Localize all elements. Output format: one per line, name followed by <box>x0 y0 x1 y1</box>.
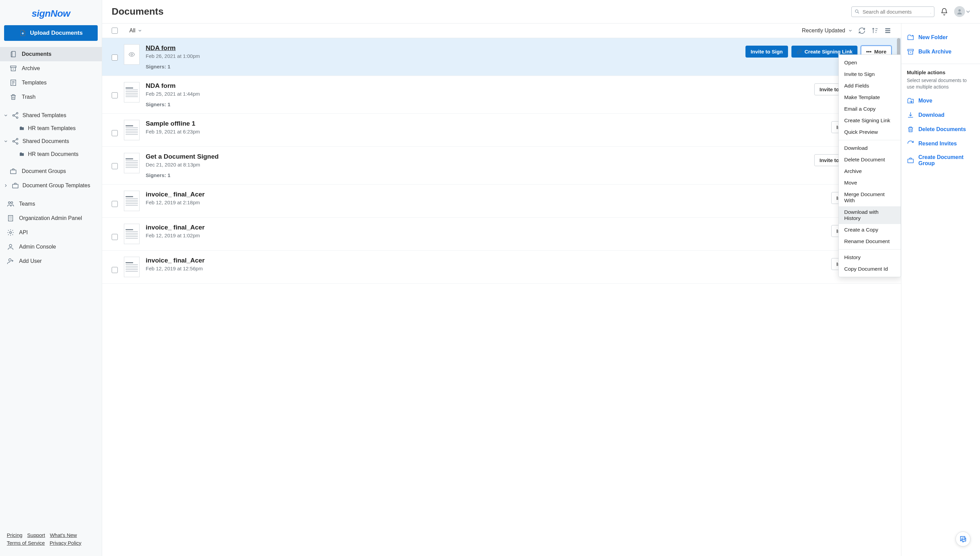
row-checkbox[interactable] <box>111 234 118 240</box>
doc-title[interactable]: invoice_ final_Acer <box>146 224 825 231</box>
notifications-icon[interactable] <box>941 8 948 15</box>
rp-action-download[interactable]: Download <box>907 108 975 122</box>
document-row[interactable]: NDA formFeb 26, 2021 at 1:00pmSigners: 1… <box>102 38 901 76</box>
shared-templates-child[interactable]: HR team Templates <box>0 123 102 134</box>
nav-add-user[interactable]: Add User <box>0 254 102 268</box>
footer-link[interactable]: Privacy Policy <box>50 540 81 546</box>
dropdown-item[interactable]: Copy Document Id <box>839 263 901 275</box>
document-row[interactable]: invoice_ final_AcerFeb 12, 2019 at 1:02p… <box>102 218 901 251</box>
dropdown-item[interactable]: Rename Document <box>839 236 901 247</box>
nav-admin-console[interactable]: Admin Console <box>0 240 102 254</box>
chat-fab[interactable] <box>956 532 970 546</box>
dropdown-item[interactable]: Merge Document With <box>839 189 901 206</box>
doc-title[interactable]: invoice_ final_Acer <box>146 191 825 198</box>
nav-teams[interactable]: Teams <box>0 197 102 211</box>
brand-logo: signNow <box>0 4 102 25</box>
doc-title[interactable]: Sample offline 1 <box>146 120 825 127</box>
svg-point-17 <box>959 9 961 11</box>
doc-thumbnail <box>124 120 140 140</box>
upload-documents-button[interactable]: Upload Documents <box>4 25 98 41</box>
row-checkbox[interactable] <box>111 267 118 273</box>
shared-documents-label: Shared Documents <box>23 138 69 144</box>
row-checkbox[interactable] <box>111 92 118 99</box>
briefcase-icon <box>11 182 19 189</box>
search-input[interactable] <box>862 9 927 15</box>
nav-archive[interactable]: Archive <box>0 61 102 76</box>
doc-thumbnail <box>124 257 140 277</box>
dropdown-item[interactable]: Download with History <box>839 206 901 224</box>
dropdown-item[interactable]: Make Template <box>839 92 901 103</box>
account-menu[interactable] <box>954 6 970 17</box>
nav-document-group-templates[interactable]: Document Group Templates <box>0 178 102 193</box>
doc-title[interactable]: NDA form <box>146 44 739 52</box>
dropdown-item[interactable]: Add Fields <box>839 80 901 92</box>
row-checkbox[interactable] <box>111 163 118 169</box>
nav-org-admin[interactable]: Organization Admin Panel <box>0 211 102 225</box>
nav-document-groups[interactable]: Document Groups <box>0 164 102 178</box>
chevron-down-icon <box>966 9 970 14</box>
select-all-checkbox[interactable] <box>111 27 118 34</box>
document-row[interactable]: Sample offline 1Feb 19, 2021 at 6:23pmIn… <box>102 114 901 147</box>
svg-point-16 <box>856 10 858 13</box>
dropdown-item[interactable]: Create a Copy <box>839 224 901 236</box>
chevron-down-icon <box>3 113 8 118</box>
dropdown-item[interactable]: Create Signing Link <box>839 115 901 126</box>
rp-action-delete-documents[interactable]: Delete Documents <box>907 122 975 137</box>
row-checkbox[interactable] <box>111 201 118 207</box>
search-input-wrap[interactable] <box>851 6 935 17</box>
svg-rect-20 <box>908 159 914 163</box>
doc-thumbnail <box>124 153 140 173</box>
folder-plus-icon <box>907 34 914 41</box>
dropdown-item[interactable]: Open <box>839 57 901 68</box>
sort-dropdown[interactable]: Recently Updated <box>802 27 853 34</box>
invite-button[interactable]: Invite to Sign <box>746 45 788 58</box>
bulk-archive-link[interactable]: Bulk Archive <box>907 45 975 59</box>
action-icon <box>907 97 914 105</box>
briefcase-icon <box>10 168 17 175</box>
footer-link[interactable]: Pricing <box>7 532 23 538</box>
dropdown-item[interactable]: History <box>839 252 901 263</box>
dropdown-item[interactable]: Email a Copy <box>839 103 901 115</box>
nav-documents[interactable]: Documents <box>0 47 102 61</box>
nav-api[interactable]: API <box>0 225 102 240</box>
dropdown-item[interactable]: Download <box>839 142 901 154</box>
sort-direction-icon[interactable] <box>871 27 878 34</box>
nav-trash[interactable]: Trash <box>0 90 102 104</box>
trash-icon <box>10 93 17 101</box>
rp-action-move[interactable]: Move <box>907 94 975 108</box>
dropdown-item[interactable]: Delete Document <box>839 154 901 165</box>
dropdown-item[interactable]: Archive <box>839 165 901 177</box>
document-row[interactable]: invoice_ final_AcerFeb 12, 2019 at 2:18p… <box>102 184 901 218</box>
filter-all-dropdown[interactable]: All <box>129 27 142 34</box>
refresh-icon[interactable] <box>858 27 865 34</box>
link-icon <box>796 49 802 55</box>
document-row[interactable]: Get a Document SignedDec 21, 2020 at 8:1… <box>102 147 901 184</box>
dropdown-item[interactable]: Move <box>839 177 901 189</box>
shared-documents-header[interactable]: Shared Documents <box>0 134 102 149</box>
row-checkbox[interactable] <box>111 130 118 136</box>
doc-title[interactable]: NDA form <box>146 82 808 89</box>
document-row[interactable]: invoice_ final_AcerFeb 12, 2019 at 12:56… <box>102 251 901 284</box>
doc-title[interactable]: Get a Document Signed <box>146 153 808 160</box>
more-dropdown: OpenInvite to SignAdd FieldsMake Templat… <box>838 55 901 277</box>
view-list-icon[interactable] <box>884 27 891 34</box>
footer-link[interactable]: Terms of Service <box>7 540 45 546</box>
dropdown-item[interactable]: Quick Preview <box>839 126 901 138</box>
new-folder-link[interactable]: New Folder <box>907 30 975 45</box>
dropdown-item[interactable]: Invite to Sign <box>839 68 901 80</box>
footer-link[interactable]: Support <box>27 532 45 538</box>
document-row[interactable]: NDA formFeb 25, 2021 at 1:44pmSigners: 1… <box>102 76 901 114</box>
building-icon <box>7 215 14 222</box>
footer-link[interactable]: What's New <box>50 532 77 538</box>
nav-templates[interactable]: Templates <box>0 76 102 90</box>
chevron-down-icon[interactable] <box>930 9 931 14</box>
shared-documents-child[interactable]: HR team Documents <box>0 149 102 160</box>
rp-action-resend-invites[interactable]: Resend Invites <box>907 137 975 151</box>
rp-action-create-document-group[interactable]: Create Document Group <box>907 151 975 170</box>
shared-templates-header[interactable]: Shared Templates <box>0 108 102 123</box>
search-icon <box>854 9 860 14</box>
row-checkbox[interactable] <box>111 55 118 61</box>
doc-title[interactable]: invoice_ final_Acer <box>146 257 825 264</box>
multiple-actions-sub: Select several documents to use multiple… <box>907 77 975 90</box>
right-panel: New Folder Bulk Archive Multiple actions… <box>901 23 980 556</box>
